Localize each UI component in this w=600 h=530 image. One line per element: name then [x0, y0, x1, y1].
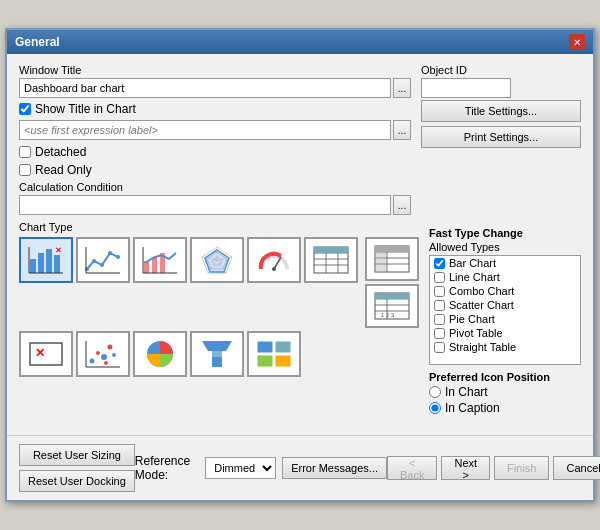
- straight-table-checkbox[interactable]: [434, 342, 445, 353]
- chart-types-listbox[interactable]: Bar Chart Line Chart Combo Chart Sc: [429, 255, 581, 365]
- chart-icons-row2: ✕: [19, 331, 419, 377]
- svg-text:1 2 3: 1 2 3: [381, 312, 395, 318]
- combo-chart-label: Combo Chart: [449, 285, 514, 297]
- fast-type-section: Fast Type Change Allowed Types Bar Chart…: [429, 227, 581, 417]
- pivot-icon-right-top[interactable]: [365, 237, 419, 281]
- in-caption-row: In Caption: [429, 401, 581, 415]
- list-item-pie: Pie Chart: [430, 312, 580, 326]
- line-chart-checkbox[interactable]: [434, 272, 445, 283]
- top-row: Window Title ... Show Title in Chart ...: [19, 64, 581, 215]
- right-buttons: Title Settings... Print Settings...: [421, 100, 581, 148]
- detached-checkbox[interactable]: [19, 146, 31, 158]
- back-btn[interactable]: < Back: [387, 456, 437, 480]
- show-title-row: Show Title in Chart: [19, 102, 411, 116]
- combo-chart-icon[interactable]: [133, 237, 187, 283]
- window-title-input[interactable]: [19, 78, 391, 98]
- window-title-ellipsis-btn[interactable]: ...: [393, 78, 411, 98]
- left-top: Window Title ... Show Title in Chart ...: [19, 64, 411, 215]
- list-item-pivot: Pivot Table: [430, 326, 580, 340]
- show-title-checkbox[interactable]: [19, 103, 31, 115]
- svg-rect-49: [375, 293, 409, 299]
- general-window: General ✕ Window Title ... Show Title in…: [5, 28, 595, 502]
- bar-chart-checkbox[interactable]: [434, 258, 445, 269]
- listbox-with-scroll: Bar Chart Line Chart Combo Chart Sc: [429, 255, 581, 365]
- pivot-table-label: Pivot Table: [449, 327, 503, 339]
- cancel-btn[interactable]: Cancel: [553, 456, 600, 480]
- chart-type-label: Chart Type: [19, 221, 419, 233]
- main-area: Chart Type ✕: [19, 221, 581, 417]
- object-id-input[interactable]: [421, 78, 511, 98]
- calc-condition-ellipsis-btn[interactable]: ...: [393, 195, 411, 215]
- finish-btn[interactable]: Finish: [494, 456, 549, 480]
- next-btn[interactable]: Next >: [441, 456, 490, 480]
- read-only-row: Read Only: [19, 163, 411, 177]
- chart-type-area: Chart Type ✕: [19, 221, 419, 417]
- svg-rect-43: [375, 246, 387, 272]
- svg-point-9: [100, 263, 104, 267]
- svg-rect-65: [275, 341, 291, 353]
- svg-point-55: [101, 354, 107, 360]
- right-chart-icons: 1 2 3: [365, 237, 419, 328]
- in-caption-radio[interactable]: [429, 402, 441, 414]
- show-title-label: Show Title in Chart: [35, 102, 136, 116]
- svg-rect-2: [46, 249, 52, 273]
- tiles-chart-icon[interactable]: [247, 331, 301, 377]
- list-item-scatter: Scatter Chart: [430, 298, 580, 312]
- scatter-chart-checkbox[interactable]: [434, 300, 445, 311]
- funnel-chart-icon[interactable]: [190, 331, 244, 377]
- pie-chart-checkbox[interactable]: [434, 314, 445, 325]
- svg-rect-36: [314, 247, 348, 253]
- svg-point-54: [96, 351, 100, 355]
- gauge-chart-icon[interactable]: [247, 237, 301, 283]
- svg-rect-63: [212, 351, 222, 357]
- scatter-chart-icon[interactable]: [76, 331, 130, 377]
- error-messages-btn[interactable]: Error Messages...: [282, 457, 387, 479]
- reset-docking-btn[interactable]: Reset User Docking: [19, 470, 135, 492]
- read-only-checkbox[interactable]: [19, 164, 31, 176]
- calc-condition-row: ...: [19, 195, 411, 215]
- combo-chart-checkbox[interactable]: [434, 286, 445, 297]
- expression-input[interactable]: [19, 120, 391, 140]
- chart-icons-row1: ✕: [19, 237, 419, 328]
- reference-mode-select[interactable]: Dimmed Normal Hidden: [205, 457, 276, 479]
- bar-chart-icon[interactable]: ✕: [19, 237, 73, 283]
- in-chart-row: In Chart: [429, 385, 581, 399]
- line-chart-icon[interactable]: [76, 237, 130, 283]
- allowed-types-label: Allowed Types: [429, 241, 581, 253]
- calc-condition-input[interactable]: [19, 195, 391, 215]
- title-settings-btn[interactable]: Title Settings...: [421, 100, 581, 122]
- close-button[interactable]: ✕: [569, 34, 585, 50]
- spider-chart-icon[interactable]: [190, 237, 244, 283]
- print-settings-btn[interactable]: Print Settings...: [421, 126, 581, 148]
- window-title: General: [15, 35, 60, 49]
- svg-rect-67: [275, 355, 291, 367]
- read-only-label: Read Only: [35, 163, 92, 177]
- list-item-combo: Combo Chart: [430, 284, 580, 298]
- scatter-chart-label: Scatter Chart: [449, 299, 514, 311]
- svg-point-8: [92, 259, 96, 263]
- pie-chart-label: Pie Chart: [449, 313, 495, 325]
- table-icon-right-bottom[interactable]: 1 2 3: [365, 284, 419, 328]
- grid-chart-icon[interactable]: [304, 237, 358, 283]
- svg-rect-0: [30, 259, 36, 273]
- straight-table-label: Straight Table: [449, 341, 516, 353]
- window-title-row: ...: [19, 78, 411, 98]
- in-chart-radio[interactable]: [429, 386, 441, 398]
- in-caption-label: In Caption: [445, 401, 500, 415]
- pie-chart-icon[interactable]: [133, 331, 187, 377]
- window-title-label: Window Title: [19, 64, 411, 76]
- reset-sizing-btn[interactable]: Reset User Sizing: [19, 444, 135, 466]
- in-chart-label: In Chart: [445, 385, 488, 399]
- svg-point-56: [108, 345, 113, 350]
- svg-point-53: [90, 359, 95, 364]
- select-box-icon[interactable]: ✕: [19, 331, 73, 377]
- bottom-left-buttons: Reset User Sizing Reset User Docking: [19, 444, 135, 492]
- title-bar: General ✕: [7, 30, 593, 54]
- svg-point-58: [104, 361, 108, 365]
- pivot-table-checkbox[interactable]: [434, 328, 445, 339]
- object-id-label: Object ID: [421, 64, 581, 76]
- fast-type-label: Fast Type Change: [429, 227, 581, 239]
- expression-ellipsis-btn[interactable]: ...: [393, 120, 411, 140]
- right-top: Object ID Title Settings... Print Settin…: [421, 64, 581, 215]
- reference-mode-label: Reference Mode:: [135, 454, 199, 482]
